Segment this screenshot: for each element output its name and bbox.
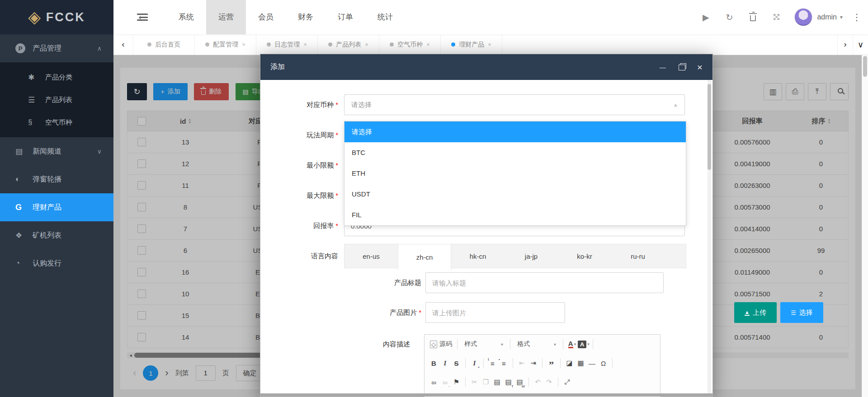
rate-field-label: 回报率* — [260, 222, 338, 230]
user-avatar[interactable] — [794, 8, 812, 26]
dropdown-option-placeholder[interactable]: 请选择 — [344, 121, 686, 142]
tab-home[interactable]: 后台首页 — [133, 34, 195, 55]
style-combo[interactable]: 样式 ▾ — [461, 338, 507, 350]
ordered-list-icon[interactable]: 1≡ — [487, 357, 498, 369]
lang-tab-zh-cn[interactable]: zh-cn — [398, 244, 451, 270]
more-vert-icon[interactable]: ⋮ — [850, 12, 863, 23]
sidebar-group-news-channel[interactable]: ▤ 新闻频道 ∨ — [0, 137, 113, 165]
top-menu-stats[interactable]: 统计 — [365, 0, 405, 34]
maximize-icon[interactable] — [679, 65, 684, 70]
indent-icon[interactable]: ⇥ — [528, 357, 539, 369]
tab-close-icon[interactable]: × — [488, 41, 491, 48]
fullscreen-icon[interactable] — [764, 0, 788, 34]
product-image-input[interactable] — [425, 302, 565, 323]
user-caret-down-icon[interactable]: ▾ — [840, 14, 843, 20]
app-root: ◈ FCCK 系统 运营 会员 财务 订单 统计 ▶ ↻ admin ▾ ⋮ P… — [0, 0, 868, 397]
sidebar-toggle-icon[interactable] — [137, 13, 148, 22]
modal-header[interactable]: 添加 — × — [260, 54, 712, 80]
required-asterisk: * — [335, 161, 338, 169]
tab-log[interactable]: 日志管理 × — [256, 34, 318, 55]
tab-close-icon[interactable]: × — [426, 41, 430, 48]
tab-close-icon[interactable]: × — [303, 41, 307, 48]
sidebar-item-subscription-issue[interactable]: ◔ 认购发行 — [0, 249, 113, 277]
tab-menu-chevron-down-icon[interactable]: ∨ — [853, 34, 868, 55]
blockquote-icon[interactable]: ” — [546, 357, 557, 369]
top-menu-member[interactable]: 会员 — [246, 0, 286, 34]
coin-select[interactable]: 请选择 ▲ — [344, 94, 685, 115]
sidebar-group-product-mgmt[interactable]: P 产品管理 ∧ — [0, 34, 113, 62]
italic-icon[interactable]: I — [439, 357, 451, 369]
lang-tab-ru-ru[interactable]: ru-ru — [611, 244, 665, 268]
lang-tab-en-us[interactable]: en-us — [344, 244, 398, 268]
paste-text-icon[interactable]: ▤T — [503, 376, 514, 388]
list-icon: ☰ — [28, 95, 45, 105]
bg-color-icon[interactable]: A▾ — [578, 338, 590, 350]
tab-close-icon[interactable]: × — [365, 41, 368, 48]
tab-air-coin[interactable]: 空气币种 × — [379, 34, 441, 55]
tab-dot-icon — [205, 42, 209, 47]
paste-word-icon[interactable]: ▤W — [514, 376, 525, 388]
play-icon[interactable]: ▶ — [694, 0, 717, 34]
tab-product-list[interactable]: 产品列表 × — [318, 34, 379, 55]
bullet-list-icon[interactable]: •≡ — [498, 357, 509, 369]
choose-button[interactable]: ☰ 选择 — [780, 302, 823, 323]
text-color-icon[interactable]: A▾ — [566, 338, 578, 350]
dropdown-option-usdt[interactable]: USDT — [344, 184, 686, 205]
modal-scrollbar[interactable] — [708, 80, 711, 397]
field-row-image: 产品图片* ▲ 上传 ☰ 选择 — [344, 302, 665, 323]
sidebar-item-product-category[interactable]: ✱ 产品分类 — [0, 66, 113, 89]
sidebar-item-miner-list[interactable]: ❖ 矿机列表 — [0, 221, 113, 249]
brand-logo: ◈ FCCK — [0, 0, 113, 34]
lang-tab-hk-cn[interactable]: hk-cn — [451, 244, 505, 268]
format-combo[interactable]: 格式 ▾ — [514, 338, 560, 350]
tab-scroll-left-icon[interactable]: ‹ — [113, 34, 133, 55]
required-asterisk: * — [335, 222, 338, 229]
page-scrollbar[interactable] — [862, 55, 868, 397]
bold-icon[interactable]: B — [428, 357, 439, 369]
sidebar-item-product-list[interactable]: ☰ 产品列表 — [0, 89, 113, 111]
anchor-icon[interactable]: ⚑ — [451, 376, 462, 388]
paste-icon[interactable]: ▤ — [491, 376, 503, 388]
minimize-icon[interactable]: — — [660, 64, 666, 70]
sidebar-item-wealth-product[interactable]: G 理财产品 — [0, 193, 113, 221]
maximize-editor-icon[interactable]: ⤢ — [561, 376, 573, 388]
lang-tab-ko-kr[interactable]: ko-kr — [558, 244, 611, 268]
top-menu-system[interactable]: 系统 — [166, 0, 206, 34]
dropdown-option-btc[interactable]: BTC — [344, 142, 686, 163]
tab-config[interactable]: 配置管理 × — [195, 34, 256, 55]
top-menu-finance[interactable]: 财务 — [286, 0, 326, 34]
navbar-actions: ▶ ↻ admin ▾ ⋮ — [694, 0, 863, 34]
sidebar-submenu: ✱ 产品分类 ☰ 产品列表 § 空气币种 — [0, 62, 113, 137]
source-button[interactable]: ◇ 源码 — [428, 340, 454, 348]
strikethrough-icon[interactable]: S — [451, 357, 462, 369]
refresh-icon[interactable]: ↻ — [717, 0, 741, 34]
required-asterisk: * — [335, 101, 338, 108]
dropdown-option-eth[interactable]: ETH — [344, 163, 686, 184]
lang-tab-ja-jp[interactable]: ja-jp — [505, 244, 558, 268]
tab-scroll-right-icon[interactable]: › — [837, 34, 853, 55]
editor-toolbar-row-1: ◇ 源码 样式 ▾ 格式 ▾ A▾ A▾ — [425, 335, 660, 354]
top-menu-order[interactable]: 订单 — [326, 0, 365, 34]
sidebar-item-label: 产品分类 — [45, 73, 72, 82]
close-icon[interactable]: × — [697, 62, 703, 72]
dropdown-option-fil[interactable]: FIL — [344, 205, 686, 225]
sidebar-item-air-coin[interactable]: § 空气币种 — [0, 111, 113, 134]
page-scrollbar-thumb[interactable] — [863, 56, 867, 77]
link-icon[interactable]: ∞ — [428, 376, 439, 388]
image-icon[interactable]: ◪ — [564, 357, 575, 369]
username-label[interactable]: admin — [817, 13, 837, 21]
tab-close-icon[interactable]: × — [242, 41, 245, 48]
upload-button[interactable]: ▲ 上传 — [734, 302, 777, 323]
modal-body: 对应币种* 请选择 ▲ 玩法周期* 最小限额* 最大限额* — [260, 80, 712, 397]
sidebar-item-popup-carousel[interactable]: ◐ 弹窗轮播 — [0, 165, 113, 193]
product-title-input[interactable] — [425, 272, 664, 293]
trash-icon[interactable] — [741, 0, 764, 34]
table-icon[interactable]: ▦ — [575, 357, 586, 369]
special-char-icon[interactable]: Ω — [598, 357, 609, 369]
top-menu-operation[interactable]: 运营 — [206, 0, 246, 34]
modal-scrollbar-thumb[interactable] — [708, 84, 711, 170]
tab-wealth-product[interactable]: 理财产品 × — [441, 34, 502, 55]
horizontal-rule-icon[interactable]: ― — [586, 357, 598, 369]
tab-dot-icon — [390, 42, 394, 47]
remove-format-icon[interactable]: I× — [469, 357, 480, 369]
